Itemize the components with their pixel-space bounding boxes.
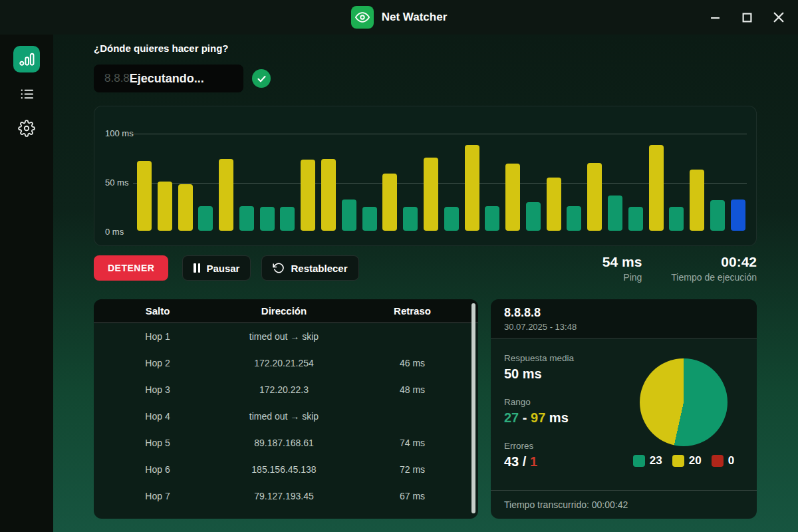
runtime-stat-label: Tiempo de ejecución <box>671 272 757 283</box>
range-unit: ms <box>549 410 569 425</box>
session-stats: 54 ms Ping 00:42 Tiempo de ejecución <box>602 254 757 283</box>
legend-value-error: 0 <box>728 454 734 467</box>
chart-bar <box>505 164 520 231</box>
table-row[interactable]: Hop 779.127.193.4567 ms <box>94 483 478 509</box>
legend-item-error: 0 <box>712 454 734 467</box>
legend-swatch-error <box>712 455 724 467</box>
table-row[interactable]: Hop 1timed out → skip <box>94 323 478 350</box>
legend-item-good: 23 <box>633 454 662 467</box>
session-datetime: 30.07.2025 - 13:48 <box>504 322 743 332</box>
ping-question-label: ¿Dónde quieres hacer ping? <box>94 43 229 54</box>
window-controls <box>705 0 789 35</box>
sidebar-item-log[interactable] <box>13 80 40 107</box>
errors-group: Errores 43 / 1 <box>504 441 624 469</box>
controls-row: DETENER Pausar Restablecer <box>94 255 370 281</box>
chart-bar <box>239 206 254 231</box>
chart-bar <box>731 200 745 231</box>
legend-value-good: 23 <box>650 454 662 467</box>
column-header-hop: Salto <box>94 305 221 317</box>
detail-header: 8.8.8.8 30.07.2025 - 13:48 <box>491 299 757 338</box>
cell-address: 185.156.45.138 <box>221 464 346 475</box>
legend-value-slow: 20 <box>689 454 702 467</box>
pause-button-label: Pausar <box>206 263 239 274</box>
titlebar-center: Net Watcher <box>0 0 798 35</box>
cell-address: 79.127.193.45 <box>221 491 346 501</box>
table-row[interactable]: Hop 862.115.45.14564 ms <box>94 509 478 519</box>
list-icon <box>19 86 35 102</box>
table-row[interactable]: Hop 589.187.168.6174 ms <box>94 430 478 456</box>
errors-value: 43 / 1 <box>504 454 624 469</box>
app-window: Net Watcher <box>0 0 798 532</box>
runtime-stat-value: 00:42 <box>671 254 757 270</box>
cell-delay: 74 ms <box>346 438 478 448</box>
chart-bar <box>710 200 725 231</box>
sidebar-item-monitor[interactable] <box>13 46 40 72</box>
avg-response-value: 50 ms <box>504 366 624 382</box>
target-detail-panel: 8.8.8.8 30.07.2025 - 13:48 Respuesta med… <box>491 299 757 519</box>
cell-hop: Hop 2 <box>94 358 221 368</box>
range-separator: - <box>523 410 527 425</box>
cell-hop: Hop 7 <box>94 491 221 501</box>
chart-bar <box>649 145 664 231</box>
cell-hop: Hop 1 <box>94 331 221 342</box>
errors-separator: / <box>523 454 527 469</box>
chart-bar <box>342 200 356 231</box>
ytick-50ms: 50 ms <box>105 178 128 188</box>
cell-hop: Hop 8 <box>94 517 221 519</box>
legend-swatch-slow <box>672 455 684 467</box>
ping-stat: 54 ms Ping <box>602 254 642 283</box>
reset-button[interactable]: Restablecer <box>261 255 358 281</box>
detail-body: Respuesta media 50 ms Rango 27 - 97 ms <box>491 338 757 490</box>
ytick-100ms: 100 ms <box>105 128 134 138</box>
detail-stats-column: Respuesta media 50 ms Rango 27 - 97 ms <box>504 353 624 490</box>
hops-table-panel: Salto Dirección Retraso Hop 1timed out →… <box>94 299 478 519</box>
stop-button[interactable]: DETENER <box>94 255 168 281</box>
range-group: Rango 27 - 97 ms <box>504 397 624 426</box>
elapsed-time-text: Tiempo transcurrido: 00:00:42 <box>504 499 628 510</box>
ping-host-input[interactable]: 8.8.8 Ejecutando... <box>94 65 243 92</box>
cell-address: timed out → skip <box>221 331 346 342</box>
cell-address: timed out → skip <box>221 411 346 422</box>
ping-input-row: 8.8.8 Ejecutando... <box>94 65 271 92</box>
range-value: 27 - 97 ms <box>504 410 624 426</box>
range-min: 27 <box>504 410 519 425</box>
cell-hop: Hop 4 <box>94 411 221 422</box>
cell-address: 172.20.21.254 <box>221 358 346 368</box>
ping-stat-value: 54 ms <box>602 254 642 270</box>
runtime-stat: 00:42 Tiempo de ejecución <box>671 254 757 283</box>
target-host: 8.8.8.8 <box>504 306 743 320</box>
ping-input-status: Ejecutando... <box>130 72 204 86</box>
ping-chart-panel: 100 ms 50 ms 0 ms <box>94 106 757 246</box>
table-row[interactable]: Hop 4timed out → skip <box>94 403 478 430</box>
chart-bar <box>198 206 213 231</box>
chart-bar <box>280 207 295 231</box>
ytick-0ms: 0 ms <box>105 227 124 237</box>
maximize-button[interactable] <box>737 7 757 27</box>
sidebar-item-settings[interactable] <box>13 115 40 142</box>
hops-table-header: Salto Dirección Retraso <box>94 299 478 323</box>
pause-button[interactable]: Pausar <box>182 255 251 281</box>
titlebar: Net Watcher <box>0 0 798 35</box>
ping-bars <box>137 132 745 231</box>
hops-table-body: Hop 1timed out → skipHop 2172.20.21.2544… <box>94 323 478 519</box>
cell-address: 89.187.168.61 <box>221 438 346 448</box>
errors-total: 43 <box>504 454 519 469</box>
table-row[interactable]: Hop 2172.20.21.25446 ms <box>94 350 478 376</box>
close-button[interactable] <box>769 7 789 27</box>
chart-bar <box>547 178 561 231</box>
table-row[interactable]: Hop 6185.156.45.13872 ms <box>94 456 478 483</box>
table-row[interactable]: Hop 3172.20.22.348 ms <box>94 376 478 403</box>
chart-bar <box>219 159 233 231</box>
chart-bar <box>485 206 499 231</box>
column-header-delay: Retraso <box>346 305 478 317</box>
minimize-button[interactable] <box>705 7 725 27</box>
cell-delay: 48 ms <box>346 384 478 395</box>
pause-icon <box>194 263 200 273</box>
ping-stat-label: Ping <box>602 272 642 283</box>
range-label: Rango <box>504 397 624 407</box>
chart-bar <box>301 160 315 231</box>
app-logo-eye-icon <box>351 6 374 29</box>
table-scrollbar[interactable] <box>471 303 475 513</box>
cell-address: 172.20.22.3 <box>221 384 346 395</box>
chart-bar <box>628 207 643 231</box>
